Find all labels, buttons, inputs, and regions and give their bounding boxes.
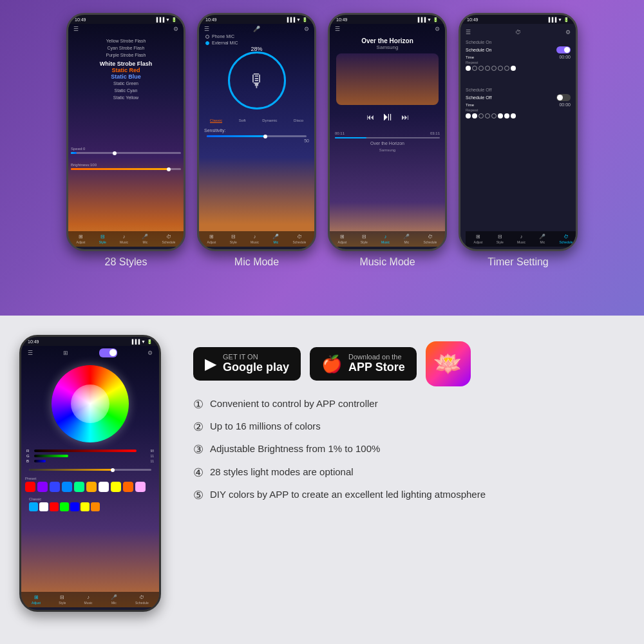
nav-mic-1: 🎤Mic: [142, 234, 148, 244]
bottom-phone-nav: ⊞Adjust ⊟Style ♪Music 🎤Mic ⏱Schedule: [21, 592, 159, 607]
time-4: 10:49: [467, 17, 478, 23]
phone-mic-container: 10:49 ▐▐▐ ▼ 🔋 ☰ 🎤 ⚙ Phone MIC: [197, 13, 316, 268]
bottom-status-bar: 10:49 ▐▐▐ ▼ 🔋: [21, 337, 159, 346]
color-wheel-container: [21, 365, 159, 442]
nav-adjust-1: ⊞Adjust: [77, 234, 86, 244]
time-1: 10:49: [75, 17, 86, 23]
phone-mic-label: Mic Mode: [234, 256, 279, 268]
speed-slider: Speed:0: [68, 147, 184, 154]
feature-2: ② Up to 16 millions of colors: [193, 419, 625, 435]
power-toggle: [99, 348, 117, 357]
sensitivity-area: Sensitivity: 50: [199, 126, 314, 146]
phone-mic: 10:49 ▐▐▐ ▼ 🔋 ☰ 🎤 ⚙ Phone MIC: [197, 13, 316, 251]
features-list: ① Convenient to control by APP controlle…: [193, 397, 625, 504]
top-section: 10:49 ▐▐▐ ▼ 🔋 ☰ ⚙ Yellow Strobe Flash Cy…: [0, 0, 644, 316]
toggle-off: [556, 94, 571, 101]
settings-icon-4: ⚙: [565, 29, 571, 35]
phone2-screen: ☰ 🎤 ⚙ Phone MIC External MIC: [199, 24, 314, 247]
phone-timer: 10:49 ▐▐▐ ▼ 🔋 ☰ ⏱ ⚙ Schedule On Schedule…: [459, 13, 578, 251]
phone1-screen: ☰ ⚙ Yellow Strobe Flash Cyan Strobe Flas…: [68, 24, 184, 247]
mic-icon: 🎙: [248, 70, 266, 91]
phone-timer-container: 10:49 ▐▐▐ ▼ 🔋 ☰ ⏱ ⚙ Schedule On Schedule…: [459, 13, 578, 268]
repeat-dots-on: [466, 66, 571, 71]
menu-icon-4: ☰: [466, 29, 471, 35]
bottom-section: 10:49 ▐▐▐ ▼ 🔋 ☰ ⊞ ⚙: [0, 316, 644, 644]
time-2: 10:49: [205, 17, 217, 23]
bottom-right: ▶ GET IT ON Google play 🍎 Download on th…: [193, 335, 625, 631]
play-store-icon: ▶: [205, 355, 216, 373]
feature-5: ⑤ DIY colors by APP to create an excelle…: [193, 488, 625, 504]
adjust-icon-bottom: ⊞: [63, 350, 68, 356]
timer-icon: ⏱: [515, 29, 521, 35]
bottom-left: 10:49 ▐▐▐ ▼ 🔋 ☰ ⊞ ⚙: [19, 335, 174, 631]
menu-icon-2: ☰: [204, 26, 209, 32]
google-play-button[interactable]: ▶ GET IT ON Google play: [193, 347, 301, 381]
store-buttons: ▶ GET IT ON Google play 🍎 Download on th…: [193, 341, 625, 386]
music-controls: ⏮ ⏯ ⏭: [330, 105, 445, 129]
preset-colors: [25, 482, 155, 492]
phone3-screen: ☰ ⚙ Over the Horizon Samsung ⏮ ⏯ ⏭: [330, 24, 445, 247]
nav-music-1: ♪Music: [120, 234, 128, 244]
bottom-nav-2: ⊞Adjust ⊟Style ♪Music 🎤Mic ⏱Schedule: [199, 231, 314, 247]
bottom-nav-1: ⊞Adjust ⊟Style ♪Music 🎤Mic ⏱Schedule: [68, 231, 184, 247]
menu-blue: Static Blue: [73, 73, 178, 80]
phone-music: 10:49 ▐▐▐ ▼ 🔋 ☰ ⚙ Over the Horizon Samsu…: [328, 13, 447, 251]
signal-3: ▐▐▐ ▼ 🔋: [416, 17, 439, 23]
settings-icon-1: ⚙: [173, 26, 178, 32]
classic-section: Classic: [21, 495, 159, 516]
phone-styles-label: 28 Styles: [105, 256, 147, 268]
feature-4: ④ 28 styles light modes are optional: [193, 465, 625, 481]
status-bar-4: 10:49 ▐▐▐ ▼ 🔋: [460, 15, 576, 24]
phone-music-label: Music Mode: [359, 256, 415, 268]
signal-4: ▐▐▐ ▼ 🔋: [547, 17, 569, 23]
mic-options: Phone MIC External MIC: [199, 34, 314, 45]
play-btn: ⏯: [382, 110, 393, 124]
prev-btn: ⏮: [366, 113, 374, 122]
bottom-phone-screen: ☰ ⊞ ⚙ R: [21, 346, 159, 607]
menu-icon-bottom: ☰: [28, 350, 33, 356]
nav-schedule-1: ⏱Schedule: [162, 234, 176, 244]
mode-tabs: Classic Soft Dynamic Disco: [199, 116, 314, 126]
feature-3: ③ Adjustable Brightness from 1% to 100%: [193, 442, 625, 458]
music-header: Over the Horizon Samsung: [330, 34, 445, 53]
nav-style-1: ⊟Style: [99, 234, 106, 244]
brightness-area: [21, 466, 159, 474]
phone-timer-label: Timer Setting: [488, 256, 549, 268]
phone-styles-container: 10:49 ▐▐▐ ▼ 🔋 ☰ ⚙ Yellow Strobe Flash Cy…: [66, 13, 185, 268]
music-progress: 00:11 03:11: [330, 131, 445, 138]
next-btn: ⏭: [401, 113, 409, 122]
app-icon: 🪷: [426, 341, 471, 386]
settings-icon-bottom: ⚙: [147, 350, 153, 356]
bottom-nav-4: ⊞Adjust ⊟Style ♪Music 🎤Mic ⏱Schedule: [466, 231, 576, 247]
status-bar-1: 10:49 ▐▐▐ ▼ 🔋: [68, 15, 184, 24]
status-bar-2: 10:49 ▐▐▐ ▼ 🔋: [199, 15, 314, 24]
preset-section: Preset: [21, 474, 159, 495]
bottom-phone: 10:49 ▐▐▐ ▼ 🔋 ☰ ⊞ ⚙: [19, 335, 161, 612]
settings-icon-3: ⚙: [435, 26, 440, 32]
menu-icon-1: ☰: [73, 26, 79, 32]
top-controls: ☰ ⊞ ⚙: [21, 346, 159, 360]
mic-nav-icon: 🎤: [253, 26, 260, 32]
app-store-button[interactable]: 🍎 Download on the APP Store: [310, 347, 417, 381]
settings-icon-2: ⚙: [304, 26, 309, 32]
phone-styles: 10:49 ▐▐▐ ▼ 🔋 ☰ ⚙ Yellow Strobe Flash Cy…: [66, 13, 185, 251]
repeat-dots-off: [466, 113, 571, 118]
time-3: 10:49: [336, 17, 348, 23]
brightness-slider: Brightness:100: [68, 163, 184, 170]
menu-orange: Static Red: [73, 67, 178, 73]
signal-2: ▐▐▐ ▼ 🔋: [285, 17, 308, 23]
status-bar-3: 10:49 ▐▐▐ ▼ 🔋: [330, 15, 445, 24]
rgb-sliders: R 98 G 11 B: [21, 448, 159, 466]
menu-list: Yellow Strobe Flash Cyan Strobe Flash Pu…: [73, 37, 178, 59]
schedule-off-section: Schedule Off Schedule Off Time 00:00 Rep…: [466, 88, 571, 118]
color-wheel: [52, 365, 129, 442]
signal-1: ▐▐▐ ▼ 🔋: [155, 17, 177, 23]
phone1-content: Yellow Strobe Flash Cyan Strobe Flash Pu…: [68, 34, 184, 106]
apple-icon: 🍎: [321, 354, 342, 374]
phones-row: 10:49 ▐▐▐ ▼ 🔋 ☰ ⚙ Yellow Strobe Flash Cy…: [66, 13, 578, 268]
classic-colors: [25, 502, 155, 511]
menu-white: White Strobe Flash: [73, 61, 178, 67]
color-wheel-inner: [71, 384, 109, 423]
mic-circle: 28% 🎙: [228, 52, 286, 109]
phone4-screen: ☰ ⏱ ⚙ Schedule On Schedule On: [460, 24, 576, 247]
